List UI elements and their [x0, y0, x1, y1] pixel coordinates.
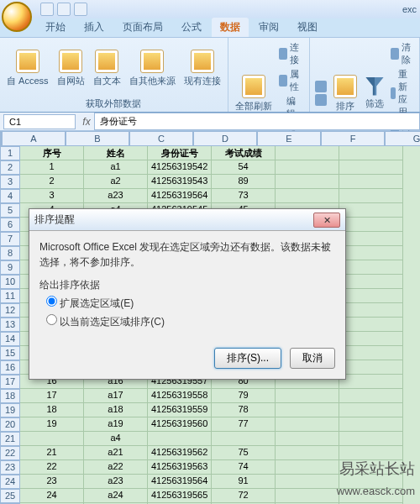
- data-cell[interactable]: [339, 203, 403, 218]
- data-cell[interactable]: a19: [84, 417, 148, 432]
- tab-insert[interactable]: 插入: [76, 18, 113, 37]
- data-cell[interactable]: [339, 346, 403, 360]
- tab-data[interactable]: 数据: [212, 18, 249, 37]
- from-text-button[interactable]: 自文本: [92, 48, 123, 89]
- data-cell[interactable]: [276, 175, 339, 189]
- data-cell[interactable]: [276, 403, 339, 417]
- data-cell[interactable]: 41256319542: [148, 160, 212, 175]
- data-cell[interactable]: [339, 332, 403, 346]
- properties-button[interactable]: 属性: [279, 68, 304, 93]
- data-cell[interactable]: [339, 432, 403, 446]
- row-header[interactable]: 17: [0, 375, 20, 389]
- row-header[interactable]: 5: [0, 203, 20, 218]
- row-header[interactable]: 7: [0, 232, 20, 246]
- close-icon[interactable]: ✕: [313, 213, 340, 228]
- data-cell[interactable]: [339, 375, 403, 389]
- header-cell[interactable]: 姓名: [84, 146, 148, 160]
- from-access-button[interactable]: 自 Access: [5, 48, 50, 89]
- tab-layout[interactable]: 页面布局: [114, 18, 171, 37]
- data-cell[interactable]: 77: [212, 417, 276, 432]
- data-cell[interactable]: 22: [20, 460, 84, 475]
- header-cell[interactable]: 身份证号: [148, 146, 212, 160]
- existing-conn-button[interactable]: 现有连接: [182, 48, 223, 89]
- data-cell[interactable]: [339, 260, 403, 275]
- data-cell[interactable]: 41256319565: [148, 489, 212, 503]
- sort-za-button[interactable]: [315, 94, 327, 106]
- data-cell[interactable]: 41256319558: [148, 389, 212, 403]
- data-cell[interactable]: 54: [212, 160, 276, 175]
- data-cell[interactable]: [339, 417, 403, 432]
- row-header[interactable]: 14: [0, 332, 20, 346]
- data-cell[interactable]: [339, 360, 403, 375]
- data-cell[interactable]: [276, 417, 339, 432]
- from-other-button[interactable]: 自其他来源: [128, 48, 177, 89]
- tab-formulas[interactable]: 公式: [173, 18, 210, 37]
- data-cell[interactable]: 41256319564: [148, 189, 212, 203]
- data-cell[interactable]: 3: [20, 189, 84, 203]
- col-header[interactable]: C: [129, 131, 193, 146]
- data-cell[interactable]: 2: [20, 175, 84, 189]
- sort-button[interactable]: 排序: [332, 73, 359, 114]
- connections-button[interactable]: 连接: [279, 41, 304, 66]
- data-cell[interactable]: [339, 275, 403, 289]
- row-header[interactable]: 4: [0, 189, 20, 203]
- qat-redo-icon[interactable]: [74, 3, 87, 16]
- row-header[interactable]: 18: [0, 389, 20, 403]
- data-cell[interactable]: a22: [84, 460, 148, 475]
- sort-az-button[interactable]: [315, 81, 327, 92]
- data-cell[interactable]: 23: [20, 475, 84, 489]
- tab-review[interactable]: 审阅: [250, 18, 287, 37]
- data-cell[interactable]: [276, 189, 339, 203]
- row-header[interactable]: 6: [0, 218, 20, 232]
- fx-icon[interactable]: fx: [79, 116, 94, 128]
- data-cell[interactable]: 17: [20, 389, 84, 403]
- data-cell[interactable]: [20, 432, 84, 446]
- from-web-button[interactable]: 自网站: [55, 48, 87, 89]
- data-cell[interactable]: [276, 160, 339, 175]
- data-cell[interactable]: 73: [212, 189, 276, 203]
- data-cell[interactable]: 21: [20, 446, 84, 460]
- data-cell[interactable]: 74: [212, 460, 276, 475]
- data-cell[interactable]: a24: [84, 489, 148, 503]
- data-cell[interactable]: [276, 475, 339, 489]
- row-header[interactable]: 12: [0, 303, 20, 318]
- row-header[interactable]: 2: [0, 160, 20, 175]
- clear-button[interactable]: 清除: [391, 41, 414, 66]
- data-cell[interactable]: a18: [84, 403, 148, 417]
- col-header[interactable]: E: [257, 131, 321, 146]
- data-cell[interactable]: a1: [84, 160, 148, 175]
- data-cell[interactable]: 75: [212, 446, 276, 460]
- data-cell[interactable]: 41256319543: [148, 175, 212, 189]
- data-cell[interactable]: 78: [212, 403, 276, 417]
- data-cell[interactable]: [339, 303, 403, 318]
- col-header[interactable]: B: [66, 131, 129, 146]
- data-cell[interactable]: a23: [84, 189, 148, 203]
- row-header[interactable]: 24: [0, 475, 20, 489]
- data-cell[interactable]: [339, 389, 403, 403]
- filter-button[interactable]: 筛选: [364, 76, 386, 112]
- row-header[interactable]: 22: [0, 446, 20, 460]
- col-header[interactable]: F: [321, 131, 385, 146]
- tab-view[interactable]: 视图: [289, 18, 326, 37]
- data-cell[interactable]: 18: [20, 403, 84, 417]
- formula-input[interactable]: 身份证号: [94, 113, 420, 130]
- cancel-button[interactable]: 取消: [290, 348, 335, 369]
- data-cell[interactable]: 89: [212, 175, 276, 189]
- header-cell[interactable]: 考试成绩: [212, 146, 276, 160]
- row-header[interactable]: 8: [0, 246, 20, 260]
- col-header[interactable]: G: [385, 131, 420, 146]
- data-cell[interactable]: [276, 460, 339, 475]
- data-cell[interactable]: [339, 232, 403, 246]
- data-cell[interactable]: 41256319564: [148, 475, 212, 489]
- row-header[interactable]: 20: [0, 417, 20, 432]
- data-cell[interactable]: [339, 246, 403, 260]
- row-header[interactable]: 25: [0, 489, 20, 503]
- data-cell[interactable]: 91: [212, 475, 276, 489]
- header-cell[interactable]: 序号: [20, 146, 84, 160]
- data-cell[interactable]: [339, 318, 403, 332]
- data-cell[interactable]: a2: [84, 175, 148, 189]
- data-cell[interactable]: [339, 160, 403, 175]
- row-header[interactable]: 10: [0, 275, 20, 289]
- data-cell[interactable]: [276, 489, 339, 503]
- data-cell[interactable]: [148, 432, 212, 446]
